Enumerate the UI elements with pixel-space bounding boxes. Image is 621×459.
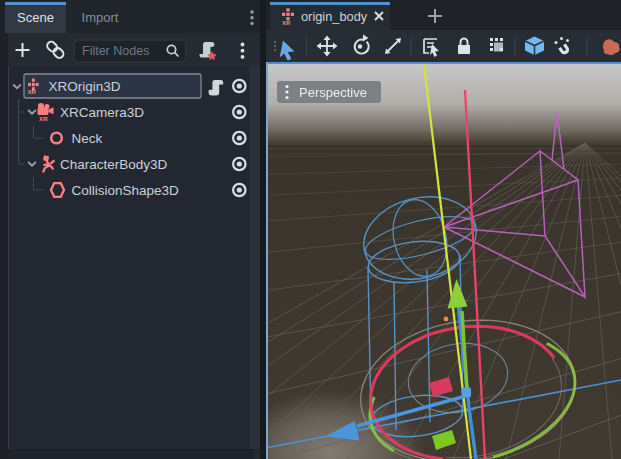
svg-text:Filter Nodes: Filter Nodes	[82, 44, 149, 58]
svg-text:XR: XR	[28, 89, 37, 95]
svg-text:XRCamera3D: XRCamera3D	[60, 105, 144, 120]
svg-text:XROrigin3D: XROrigin3D	[49, 79, 121, 94]
svg-text:CollisionShape3D: CollisionShape3D	[72, 183, 180, 198]
svg-text:CharacterBody3D: CharacterBody3D	[60, 157, 168, 172]
svg-text:Neck: Neck	[72, 131, 103, 146]
svg-text:Perspective: Perspective	[299, 85, 367, 100]
svg-text:XR: XR	[282, 20, 291, 26]
svg-text:origin_body: origin_body	[301, 9, 368, 24]
svg-text:XR: XR	[39, 115, 48, 122]
